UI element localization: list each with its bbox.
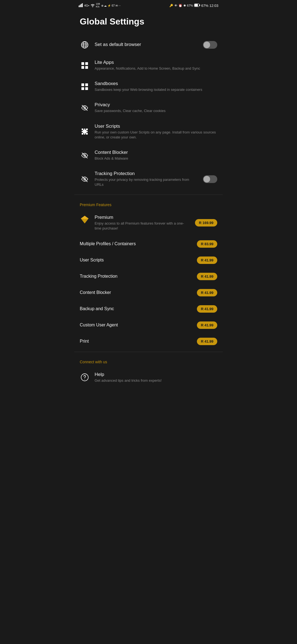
setting-item-privacy[interactable]: Privacy Save passwords, Clear cache, Cle… [74,97,223,118]
content-blocker-price-label: Content Blocker [80,290,192,295]
price-row-custom-user-agent[interactable]: Custom User Agent R 41.99 [74,317,223,333]
key-icon: 🔑 [169,4,173,7]
multiple-profiles-price[interactable]: R 83.99 [197,240,217,248]
connect-section-label: Connect with us [74,354,223,367]
svg-rect-13 [85,66,88,69]
data-speed: 108K/s [96,3,100,8]
default-browser-toggle[interactable] [203,41,217,49]
price-row-print[interactable]: Print R 41.99 [74,333,223,350]
custom-user-agent-price-label: Custom User Agent [80,323,192,328]
eye-status-icon: 👁 [174,4,177,7]
svg-rect-11 [85,62,88,65]
alarm-icon: ⏰ [178,4,182,7]
privacy-content: Privacy Save passwords, Clear cache, Cle… [95,102,217,113]
svg-rect-5 [199,4,200,6]
wifi-icon [90,3,95,8]
premium-section-label: Premium Features [74,197,223,210]
setting-item-lite-apps[interactable]: Lite Apps Appearance, Notifications, Add… [74,55,223,76]
backup-sync-price-label: Backup and Sync [80,306,192,311]
section-divider-connect [74,352,223,352]
price-row-multiple-profiles[interactable]: Multiple Profiles / Containers R 83.99 [74,236,223,252]
price-row-backup-sync[interactable]: Backup and Sync R 41.99 [74,301,223,317]
privacy-icon [80,103,90,113]
help-title: Help [95,372,217,377]
bluetooth-icon: ✱ [183,4,186,7]
premium-item[interactable]: Premium Enjoy access to all Premium feat… [74,210,223,236]
signal-icon [79,3,83,8]
sandboxes-content: Sandboxes Sandboxes keep your Web browsi… [95,81,217,92]
sandboxes-icon [80,82,90,92]
tracking-protection-price[interactable]: R 41.99 [197,273,217,280]
tracking-protection-toggle[interactable] [203,175,217,183]
tracking-protection-price-label: Tracking Protection [80,274,192,279]
misc-icons: ⊗ ☁ ⚡ 67 ✉ ··· [101,4,121,7]
premium-price-badge[interactable]: R 169.99 [195,219,217,227]
sandboxes-subtitle: Sandboxes keep your Web browsing isolate… [95,87,217,92]
setting-item-sandboxes[interactable]: Sandboxes Sandboxes keep your Web browsi… [74,76,223,97]
print-price[interactable]: R 41.99 [197,338,217,345]
setting-item-tracking-protection[interactable]: Tracking Protection Protects your privac… [74,166,223,192]
puzzle-icon [80,127,90,137]
status-left: 4G• 108K/s ⊗ ☁ ⚡ 67 ✉ ··· [79,3,121,8]
sandboxes-title: Sandboxes [95,81,217,86]
content-blocker-content: Content Blocker Block Ads & Malware [95,150,217,161]
settings-list: Set as default browser Lite Apps Appeara… [74,35,223,192]
diamond-icon [80,215,90,225]
privacy-subtitle: Save passwords, Clear cache, Clear cooki… [95,108,217,113]
price-row-content-blocker[interactable]: Content Blocker R 41.99 [74,285,223,301]
svg-rect-2 [81,4,82,7]
svg-rect-1 [80,5,81,7]
setting-item-content-blocker[interactable]: Content Blocker Block Ads & Malware [74,145,223,166]
svg-rect-12 [81,66,84,69]
setting-item-default-browser[interactable]: Set as default browser [74,35,223,55]
status-right: 🔑 👁 ⏰ ✱ 67% 67% 12:03 [169,4,218,8]
default-browser-title: Set as default browser [95,42,198,47]
custom-user-agent-price[interactable]: R 41.99 [197,321,217,329]
battery-icon [194,4,200,7]
content-blocker-icon [80,151,90,160]
help-subtitle: Get advanced tips and tricks from expert… [95,378,217,383]
premium-title: Premium [95,215,190,220]
status-bar: 4G• 108K/s ⊗ ☁ ⚡ 67 ✉ ··· 🔑 👁 ⏰ ✱ 67% 67… [74,0,223,11]
tracking-protection-content: Tracking Protection Protects your privac… [95,171,198,187]
backup-sync-price[interactable]: R 41.99 [197,305,217,313]
setting-item-help[interactable]: Help Get advanced tips and tricks from e… [74,367,223,388]
svg-line-21 [82,153,87,158]
network-type: 4G• [84,4,89,7]
price-row-tracking-protection[interactable]: Tracking Protection R 41.99 [74,268,223,285]
lite-apps-content: Lite Apps Appearance, Notifications, Add… [95,60,217,71]
svg-rect-16 [81,87,84,90]
user-scripts-price-label: User Scripts [80,258,192,263]
premium-content: Premium Enjoy access to all Premium feat… [95,215,190,231]
svg-rect-0 [79,6,79,7]
content-blocker-title: Content Blocker [95,150,217,155]
svg-line-23 [82,176,87,182]
connect-section: Connect with us Help Get advanced tips a… [74,354,223,388]
user-scripts-price[interactable]: R 41.99 [197,256,217,264]
setting-item-user-scripts[interactable]: User Scripts Run your own custom User Sc… [74,119,223,145]
svg-rect-10 [81,62,84,65]
help-content: Help Get advanced tips and tricks from e… [95,372,217,383]
svg-marker-25 [81,216,89,219]
battery-percent: 67% [187,4,193,7]
price-row-user-scripts[interactable]: User Scripts R 41.99 [74,252,223,268]
user-scripts-title: User Scripts [95,124,217,129]
svg-line-19 [82,105,87,111]
user-scripts-content: User Scripts Run your own custom User Sc… [95,124,217,140]
time: 67% 12:03 [201,4,218,8]
svg-rect-6 [194,4,198,7]
question-icon [80,372,90,382]
content-blocker-subtitle: Block Ads & Malware [95,156,217,161]
tracking-protection-title: Tracking Protection [95,171,198,176]
page-title: Global Settings [74,11,223,35]
section-divider-premium [74,195,223,195]
grid-icon [80,61,90,70]
premium-features-section: Premium Features Premium Enjoy access to… [74,197,223,350]
tracking-protection-subtitle: Protects your privacy by removing tracki… [95,177,198,187]
lite-apps-title: Lite Apps [95,60,217,65]
content-blocker-price[interactable]: R 41.99 [197,289,217,296]
svg-rect-17 [85,87,88,90]
svg-rect-3 [82,3,83,7]
svg-point-27 [84,379,85,380]
user-scripts-subtitle: Run your own custom User Scripts on any … [95,130,217,140]
